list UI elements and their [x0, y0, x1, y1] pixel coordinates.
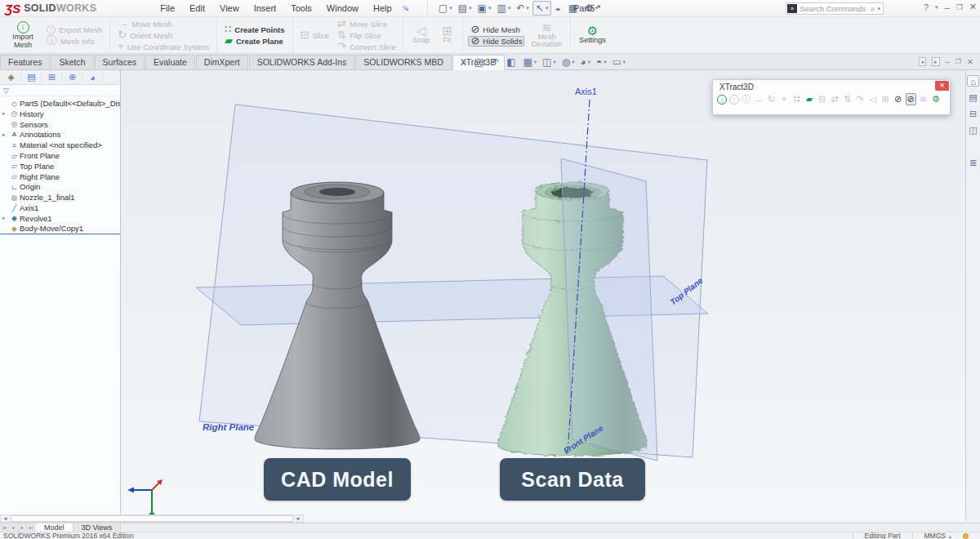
- export-mesh-button[interactable]: ↑ Export Mesh: [44, 24, 105, 35]
- orient-mesh-button[interactable]: ↻ Orient Mesh: [115, 30, 212, 41]
- prev-sheet-button[interactable]: ◂: [9, 523, 18, 532]
- next-sheet-button[interactable]: ▸: [18, 523, 27, 532]
- new-document-button[interactable]: ▢▾: [436, 2, 455, 15]
- quick-tips-icon[interactable]: [963, 533, 969, 539]
- front-plane-face[interactable]: [561, 158, 657, 461]
- doc-minimize-button[interactable]: –: [946, 57, 950, 66]
- displaymanager-tab[interactable]: ◕: [83, 73, 103, 82]
- zoom-to-fit-button[interactable]: ⌕: [461, 56, 469, 68]
- appearances-button[interactable]: [967, 140, 979, 152]
- use-coordinate-system-button[interactable]: ⌖ Use Coordinate System: [115, 42, 212, 52]
- tree-item-body-move-copy1[interactable]: ◈ Body-Move/Copy1: [0, 224, 120, 234]
- doc-next-button[interactable]: ▸: [932, 57, 940, 66]
- tab-solidworks-mbd[interactable]: SOLIDWORKS MBD: [355, 55, 451, 69]
- tree-item-revolve1[interactable]: ▸ ◆ Revolve1: [0, 213, 120, 224]
- xt-mesh-info-button[interactable]: ⓘ: [741, 93, 751, 105]
- expand-arrow-icon[interactable]: ▸: [2, 110, 9, 117]
- tab-surfaces[interactable]: Surfaces: [95, 55, 145, 69]
- undo-button[interactable]: ↶▾: [514, 2, 532, 15]
- configurationmanager-tab[interactable]: ⊞: [42, 72, 62, 82]
- tree-item-annotations[interactable]: ▸ A Annotations: [0, 130, 120, 140]
- featuremanager-tab[interactable]: ◈: [2, 72, 21, 82]
- last-sheet-button[interactable]: ▸|: [27, 523, 36, 532]
- xt-settings-button[interactable]: ⚙: [931, 93, 942, 105]
- xt-flip-slice-button[interactable]: ⇅: [842, 93, 853, 105]
- menu-view[interactable]: View: [213, 2, 246, 15]
- section-view-button[interactable]: ◧: [506, 56, 517, 68]
- tree-item-right-plane[interactable]: ▱ Right Plane: [0, 172, 120, 182]
- xt-mesh-deviation-button[interactable]: ≋: [918, 93, 929, 105]
- zoom-to-area-button[interactable]: ◳: [474, 56, 485, 68]
- model-tab[interactable]: Model: [36, 523, 74, 532]
- scroll-right-icon[interactable]: ▸: [294, 515, 303, 522]
- restore-button[interactable]: ❐: [956, 3, 963, 11]
- menu-help[interactable]: Help: [367, 2, 399, 15]
- tree-item-axis1[interactable]: ╱ Axis1: [0, 203, 120, 213]
- fit-button[interactable]: ⊞ Fit: [436, 19, 457, 51]
- tab-evaluate[interactable]: Evaluate: [145, 55, 195, 69]
- tree-item-nozzle-mesh[interactable]: ◍ Nozzle_1_final1: [0, 192, 120, 203]
- view-palette-button[interactable]: ◫: [967, 124, 979, 136]
- create-plane-button[interactable]: ▰ Create Plane: [222, 36, 287, 47]
- search-dropdown-icon[interactable]: ▾: [875, 6, 883, 12]
- menu-window[interactable]: Window: [320, 2, 365, 15]
- save-button[interactable]: ▣▾: [475, 2, 494, 15]
- pin-icon[interactable]: ✑: [399, 2, 412, 15]
- expand-arrow-icon[interactable]: ▸: [2, 131, 9, 138]
- display-settings-button[interactable]: ◒: [552, 2, 564, 15]
- move-slice-button[interactable]: ⇄ Move Slice: [335, 19, 398, 29]
- custom-properties-button[interactable]: ≣: [967, 157, 979, 168]
- create-points-button[interactable]: ∷ Create Points: [222, 24, 287, 35]
- doc-prev-button[interactable]: ◂: [919, 57, 927, 66]
- units-selector[interactable]: MMGS▴: [924, 532, 951, 539]
- move-mesh-button[interactable]: → Move Mesh: [115, 19, 212, 29]
- convert-slice-button[interactable]: ↷ Convert Slice: [335, 42, 398, 52]
- home-button[interactable]: ⌂: [967, 75, 979, 87]
- xt-create-plane-button[interactable]: ▰: [804, 93, 815, 105]
- xt-hide-solids-button[interactable]: ⊘: [906, 93, 916, 105]
- filter-funnel-icon[interactable]: ▽: [3, 87, 9, 95]
- first-sheet-button[interactable]: |◂: [0, 523, 9, 532]
- xt-slice-button[interactable]: ⊟: [817, 93, 827, 105]
- tree-item-top-plane[interactable]: ▱ Top Plane: [0, 161, 120, 172]
- tree-item-sensors[interactable]: ◎ Sensors: [0, 119, 120, 130]
- file-explorer-button[interactable]: ⊟: [967, 108, 979, 119]
- edit-appearance-button[interactable]: ◕▾: [580, 56, 590, 68]
- snap-button[interactable]: ◁ Snap: [408, 19, 433, 51]
- graphics-viewport[interactable]: Right Plane Top Plane: [121, 70, 965, 521]
- tree-item-front-plane[interactable]: ▱ Front Plane: [0, 150, 120, 161]
- doc-close-button[interactable]: ✕: [967, 57, 973, 66]
- help-button[interactable]: ?: [924, 2, 929, 12]
- minimize-button[interactable]: –: [945, 2, 950, 12]
- search-commands-box[interactable]: » Search Commands ⌕ ▾: [786, 2, 884, 15]
- menu-tools[interactable]: Tools: [284, 2, 318, 15]
- propertymanager-tab[interactable]: ▤: [22, 72, 42, 82]
- previous-view-button[interactable]: ↶: [491, 56, 501, 68]
- xt-hide-mesh-button[interactable]: ⊘: [893, 93, 903, 105]
- doc-restore-button[interactable]: ❐: [956, 58, 961, 65]
- xt-export-mesh-button[interactable]: ↑: [729, 95, 739, 105]
- tree-item-origin[interactable]: ∟ Origin: [0, 182, 120, 193]
- slice-button[interactable]: ⊟ Slice: [298, 30, 332, 41]
- tab-sketch[interactable]: Sketch: [51, 55, 93, 69]
- display-style-button[interactable]: ◫▾: [542, 56, 556, 68]
- xtract3d-floating-toolbar[interactable]: XTract3D ✕ ↓↑ⓘ→↻⌖∷▰⊟⇄⇅↷◁⊞⊘⊘≋⚙: [712, 79, 951, 115]
- xt-use-coordinate-system-button[interactable]: ⌖: [779, 93, 790, 105]
- xt-snap-button[interactable]: ◁: [867, 93, 878, 105]
- menu-file[interactable]: File: [154, 2, 181, 15]
- tree-item-history[interactable]: ▸ ◷ History: [0, 109, 120, 119]
- mesh-deviation-button[interactable]: ≋ Mesh Deviation: [528, 19, 565, 51]
- hide-mesh-button[interactable]: ⊘ Hide Mesh: [468, 24, 524, 35]
- print-button[interactable]: ▥▾: [494, 2, 513, 15]
- dimxpertmanager-tab[interactable]: ⊕: [63, 72, 82, 82]
- scrollbar-thumb[interactable]: [11, 515, 293, 522]
- xt-orient-mesh-button[interactable]: ↻: [766, 93, 777, 105]
- 3d-views-tab[interactable]: 3D Views: [74, 523, 122, 532]
- tree-horizontal-scrollbar[interactable]: ◂ ▸: [0, 514, 304, 523]
- search-scope-icon[interactable]: »: [787, 4, 797, 13]
- close-button[interactable]: ✕: [969, 2, 977, 12]
- xt-convert-slice-button[interactable]: ↷: [855, 93, 866, 105]
- tab-solidworks-add-ins[interactable]: SOLIDWORKS Add-Ins: [249, 55, 355, 69]
- settings-button[interactable]: ⚙ Settings: [576, 19, 608, 51]
- flip-slice-button[interactable]: ⇅ Flip Slice: [335, 30, 398, 41]
